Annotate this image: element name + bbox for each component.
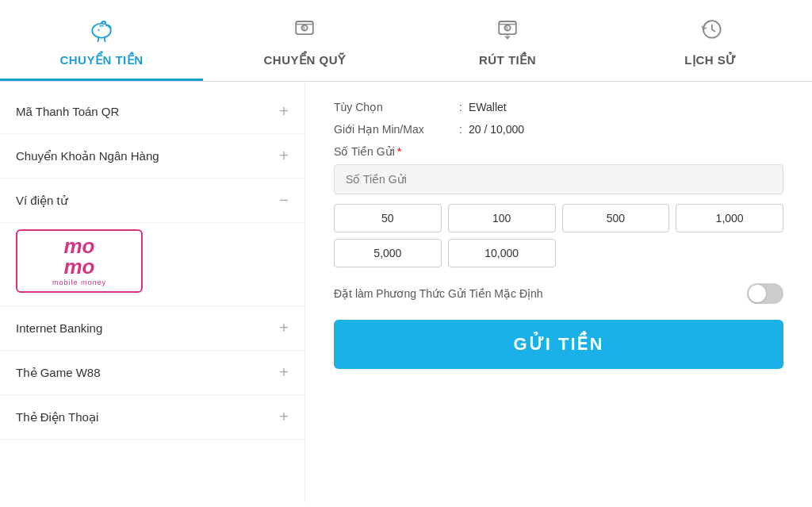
sidebar-label-ma-thanh-toan-qr: Mã Thanh Toán QR <box>16 105 119 118</box>
expand-icon-internet-banking: + <box>279 319 289 337</box>
amount-grid-row2: 5,000 10,000 <box>334 239 783 267</box>
sidebar-item-the-game[interactable]: Thẻ Game W88 + <box>0 351 304 395</box>
momo-text-line2: mo <box>64 256 95 277</box>
amount-placeholder-2 <box>676 239 783 267</box>
sidebar-label-the-game: Thẻ Game W88 <box>16 366 101 380</box>
sidebar-label-vi-dien-tu: Ví điện tử <box>16 194 68 208</box>
piggy-bank-icon <box>87 14 116 47</box>
main-content: Mã Thanh Toán QR + Chuyển Khoản Ngân Hàn… <box>0 82 812 502</box>
so-tien-gui-field-label: Số Tiền Gửi* <box>334 145 783 158</box>
tab-chuyen-quy-label: CHUYỂN QUỸ <box>263 53 345 67</box>
tab-chuyen-quy[interactable]: $ CHUYỂN QUỸ <box>203 0 406 81</box>
toggle-label: Đặt làm Phương Thức Gửi Tiền Mặc Định <box>334 287 543 300</box>
tab-bar: CHUYỂN TIỀN $ CHUYỂN QUỸ $ RÚT TIỀN <box>0 0 812 82</box>
momo-text-line1: mo <box>64 236 95 256</box>
tuy-chon-row: Tùy Chọn : EWallet <box>334 101 783 113</box>
sidebar-item-ma-thanh-toan-qr[interactable]: Mã Thanh Toán QR + <box>0 90 304 134</box>
gioi-han-label: Giới Hạn Min/Max <box>334 123 453 136</box>
default-method-toggle[interactable] <box>747 283 783 304</box>
expand-icon-ma-thanh-toan-qr: + <box>279 102 289 121</box>
tab-chuyen-tien[interactable]: CHUYỂN TIỀN <box>0 0 203 81</box>
sidebar-item-the-dien-thoai[interactable]: Thẻ Điện Thoại + <box>0 395 304 440</box>
sidebar-item-internet-banking[interactable]: Internet Banking + <box>0 306 304 351</box>
tab-rut-tien[interactable]: $ RÚT TIỀN <box>406 0 609 81</box>
gioi-han-value: 20 / 10,000 <box>469 123 524 136</box>
default-method-toggle-row: Đặt làm Phương Thức Gửi Tiền Mặc Định <box>334 283 783 304</box>
sidebar-label-chuyen-khoan: Chuyển Khoản Ngân Hàng <box>16 149 159 163</box>
amount-btn-500[interactable]: 500 <box>562 204 670 232</box>
amount-grid-row1: 50 100 500 1,000 <box>334 204 783 232</box>
required-mark: * <box>397 145 401 158</box>
momo-subtext: mobile money <box>52 278 106 286</box>
amount-btn-100[interactable]: 100 <box>448 204 556 232</box>
momo-option[interactable]: mo mo mobile money <box>16 229 143 293</box>
tuy-chon-colon: : <box>453 101 469 113</box>
svg-point-1 <box>98 29 99 31</box>
expand-icon-chuyen-khoan: + <box>279 147 289 165</box>
sidebar-item-chuyen-khoan[interactable]: Chuyển Khoản Ngân Hàng + <box>0 134 304 179</box>
tab-lich-su[interactable]: LỊCH SỬ <box>609 0 812 81</box>
svg-text:$: $ <box>505 25 508 32</box>
sidebar-label-internet-banking: Internet Banking <box>16 321 102 335</box>
submit-button[interactable]: GỬI TIỀN <box>334 320 783 369</box>
expand-icon-the-dien-thoai: + <box>279 408 289 426</box>
withdraw-icon: $ <box>493 14 522 47</box>
expand-icon-the-game: + <box>279 363 289 382</box>
amount-btn-1000[interactable]: 1,000 <box>676 204 783 232</box>
gioi-han-colon: : <box>453 123 469 136</box>
momo-wallet-section: mo mo mobile money <box>0 229 304 306</box>
svg-text:$: $ <box>302 25 305 32</box>
history-icon <box>696 14 725 47</box>
amount-btn-50[interactable]: 50 <box>334 204 442 232</box>
sidebar: Mã Thanh Toán QR + Chuyển Khoản Ngân Hàn… <box>0 82 305 502</box>
gioi-han-row: Giới Hạn Min/Max : 20 / 10,000 <box>334 123 783 136</box>
sidebar-label-the-dien-thoai: Thẻ Điện Thoại <box>16 410 98 424</box>
amount-placeholder-1 <box>562 239 670 267</box>
momo-logo: mo mo mobile money <box>52 236 106 286</box>
right-panel: Tùy Chọn : EWallet Giới Hạn Min/Max : 20… <box>305 82 812 502</box>
amount-btn-5000[interactable]: 5,000 <box>334 239 442 267</box>
collapse-icon-vi-dien-tu: − <box>279 191 289 209</box>
so-tien-gui-input[interactable] <box>334 164 783 194</box>
amount-btn-10000[interactable]: 10,000 <box>448 239 556 267</box>
tab-chuyen-tien-label: CHUYỂN TIỀN <box>59 53 143 67</box>
tuy-chon-label: Tùy Chọn <box>334 101 453 113</box>
sidebar-item-vi-dien-tu[interactable]: Ví điện tử − <box>0 179 304 223</box>
footer: w88.energy <box>0 502 812 507</box>
tab-rut-tien-label: RÚT TIỀN <box>479 53 536 67</box>
tuy-chon-value: EWallet <box>469 101 507 113</box>
tab-lich-su-label: LỊCH SỬ <box>684 53 737 67</box>
transfer-icon: $ <box>290 14 319 47</box>
